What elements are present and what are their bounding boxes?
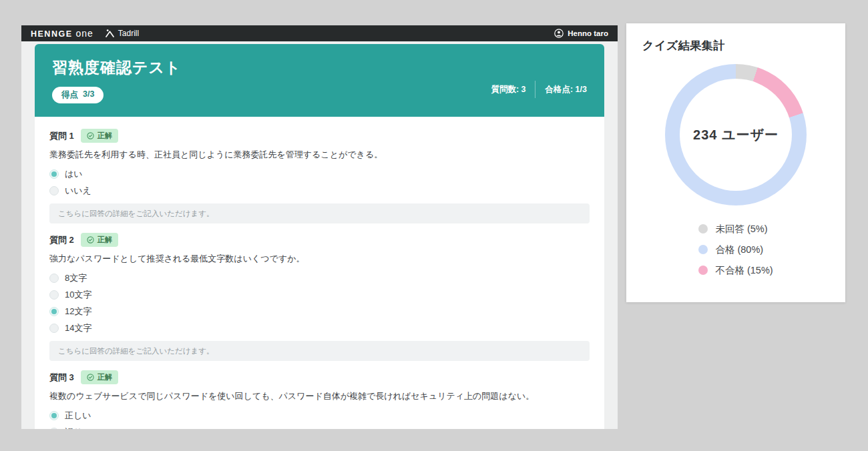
check-circle-icon [87, 236, 94, 244]
radio-unselected-icon[interactable] [49, 274, 59, 283]
correct-badge-label: 正解 [97, 131, 112, 141]
question-header: 質問 2正解 [49, 233, 590, 247]
user-menu[interactable]: Henno taro [554, 29, 608, 38]
check-circle-icon [87, 132, 94, 139]
option-label: はい [65, 168, 83, 180]
radio-unselected-icon[interactable] [49, 186, 59, 195]
legend-label: 合格 (80%) [715, 244, 763, 256]
tadrill-icon [105, 29, 114, 37]
radio-unselected-icon[interactable] [49, 428, 59, 430]
passing-score: 合格点: 1/3 [545, 84, 587, 95]
correct-badge: 正解 [81, 370, 118, 384]
option-label: 14文字 [65, 322, 91, 334]
legend-color-dot [698, 224, 708, 234]
radio-selected-icon[interactable] [49, 411, 59, 420]
legend-color-dot [698, 245, 708, 254]
check-circle-icon [87, 374, 94, 381]
hennge-one-logo[interactable]: HENNGE One [31, 28, 93, 39]
legend-label: 不合格 (15%) [715, 264, 773, 277]
correct-badge-label: 正解 [97, 372, 112, 382]
question-block: 質問 3正解複数のウェブサービスで同じパスワードを使い回しても、パスワード自体が… [49, 370, 590, 429]
question-block: 質問 1正解業務委託先を利用する時、正社員と同じように業務委託先を管理することが… [49, 129, 590, 223]
score-badge: 得点3/3 [52, 87, 103, 103]
radio-selected-icon[interactable] [49, 169, 59, 179]
quiz-header: 習熟度確認テスト 得点3/3 質問数: 3 合格点: 1/3 [35, 44, 604, 117]
results-donut-chart: 234 ユーザー [665, 64, 807, 205]
results-title: クイズ結果集計 [642, 38, 829, 53]
answer-option[interactable]: いいえ [49, 182, 590, 199]
question-list: 質問 1正解業務委託先を利用する時、正社員と同じように業務委託先を管理することが… [35, 117, 604, 429]
donut-hole: 234 ユーザー [680, 79, 792, 191]
correct-badge: 正解 [81, 233, 118, 247]
correct-badge-label: 正解 [97, 235, 112, 245]
correct-badge: 正解 [81, 129, 118, 143]
answer-option[interactable]: はい [49, 165, 590, 182]
option-label: 誤り [65, 426, 82, 430]
option-label: 8文字 [65, 272, 87, 284]
legend-item: 不合格 (15%) [698, 263, 773, 278]
question-number: 質問 3 [49, 372, 74, 384]
answer-option[interactable]: 8文字 [49, 270, 590, 286]
legend-label: 未回答 (5%) [715, 223, 767, 236]
radio-unselected-icon[interactable] [49, 290, 59, 300]
question-text: 業務委託先を利用する時、正社員と同じように業務委託先を管理することができる。 [49, 148, 590, 161]
chart-legend: 未回答 (5%)合格 (80%)不合格 (15%) [698, 221, 773, 278]
brand-one-text: One [75, 28, 93, 39]
legend-item: 未回答 (5%) [698, 221, 773, 236]
question-header: 質問 3正解 [49, 370, 590, 384]
app-window: HENNGE One Tadrill Henno taro 習熟度確認テスト 得… [21, 25, 618, 429]
tadrill-label: Tadrill [118, 29, 139, 38]
quiz-stats: 質問数: 3 合格点: 1/3 [491, 81, 587, 98]
legend-color-dot [698, 266, 708, 275]
top-navigation-bar: HENNGE One Tadrill Henno taro [21, 25, 618, 41]
option-label: 10文字 [65, 289, 91, 301]
question-block: 質問 2正解強力なパスワードとして推奨される最低文字数はいくつですか。8文字10… [49, 233, 590, 361]
question-text: 強力なパスワードとして推奨される最低文字数はいくつですか。 [49, 252, 590, 265]
answer-option[interactable]: 誤り [49, 424, 590, 429]
score-label: 得点 [61, 89, 78, 101]
donut-center-label: 234 ユーザー [693, 126, 779, 144]
brand-hennge-text: HENNGE [31, 29, 72, 39]
question-text: 複数のウェブサービスで同じパスワードを使い回しても、パスワード自体が複雑で長けれ… [49, 390, 590, 402]
answer-option[interactable]: 正しい [49, 407, 590, 424]
option-label: 12文字 [65, 306, 91, 318]
answer-detail-input[interactable]: こちらに回答の詳細をご記入いただけます。 [49, 341, 590, 361]
question-number: 質問 1 [49, 130, 74, 142]
question-number: 質問 2 [49, 234, 74, 246]
stats-divider [535, 81, 535, 98]
quiz-results-panel: クイズ結果集計 234 ユーザー 未回答 (5%)合格 (80%)不合格 (15… [626, 23, 845, 302]
question-count: 質問数: 3 [491, 84, 525, 95]
answer-option[interactable]: 14文字 [49, 320, 590, 336]
option-label: いいえ [65, 185, 91, 197]
answer-option[interactable]: 12文字 [49, 303, 590, 320]
answer-detail-input[interactable]: こちらに回答の詳細をご記入いただけます。 [49, 203, 590, 223]
radio-selected-icon[interactable] [49, 307, 59, 316]
answer-option[interactable]: 10文字 [49, 286, 590, 303]
legend-item: 合格 (80%) [698, 242, 773, 257]
quiz-title: 習熟度確認テスト [52, 57, 182, 78]
question-header: 質問 1正解 [49, 129, 590, 143]
score-value: 3/3 [83, 89, 94, 101]
user-name: Henno taro [568, 29, 608, 37]
radio-unselected-icon[interactable] [49, 324, 59, 333]
tadrill-app-link[interactable]: Tadrill [105, 29, 139, 38]
option-label: 正しい [65, 410, 91, 422]
user-avatar-icon [554, 29, 564, 38]
quiz-content-area: 習熟度確認テスト 得点3/3 質問数: 3 合格点: 1/3 質問 1正解業務委… [21, 41, 618, 429]
